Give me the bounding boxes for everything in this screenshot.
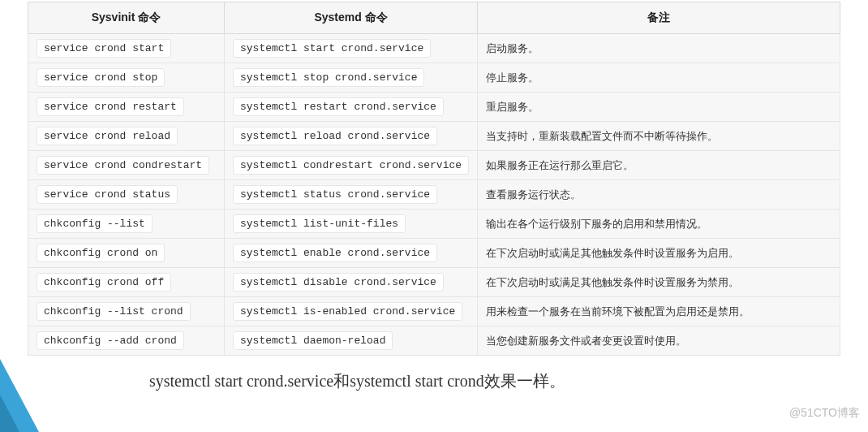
- corner-decoration-inner: [0, 395, 19, 432]
- cell-sysvinit: service crond restart: [28, 93, 225, 122]
- systemd-command: systemctl condrestart crond.service: [233, 156, 469, 175]
- cell-sysvinit: service crond condrestart: [28, 151, 225, 180]
- cell-remark: 当您创建新服务文件或者变更设置时使用。: [478, 326, 840, 356]
- cell-sysvinit: service crond stop: [28, 63, 225, 93]
- cell-remark: 用来检查一个服务在当前环境下被配置为启用还是禁用。: [478, 297, 840, 326]
- table-row: chkconfig --add crondsystemctl daemon-re…: [28, 326, 840, 356]
- sysvinit-command: chkconfig crond off: [37, 273, 171, 292]
- sysvinit-command: service crond restart: [37, 97, 184, 116]
- header-systemd: Systemd 命令: [225, 2, 478, 34]
- cell-sysvinit: chkconfig crond off: [28, 268, 225, 297]
- table-row: service crond reloadsystemctl reload cro…: [28, 122, 840, 151]
- sysvinit-command: service crond condrestart: [37, 156, 209, 175]
- sysvinit-command: service crond stop: [37, 68, 165, 87]
- cell-systemd: systemctl start crond.service: [225, 34, 478, 63]
- cell-systemd: systemctl enable crond.service: [225, 239, 478, 268]
- table-row: chkconfig --list crondsystemctl is-enabl…: [28, 297, 840, 326]
- sysvinit-command: chkconfig --list crond: [37, 302, 191, 321]
- sysvinit-command: service crond reload: [37, 127, 178, 145]
- watermark: @51CTO博客: [789, 406, 860, 421]
- cell-remark: 重启服务。: [478, 93, 840, 122]
- cell-systemd: systemctl daemon-reload: [225, 326, 478, 356]
- cell-remark: 启动服务。: [478, 34, 840, 63]
- cell-systemd: systemctl restart crond.service: [225, 93, 478, 122]
- table-row: service crond statussystemctl status cro…: [28, 180, 840, 210]
- cell-remark: 在下次启动时或满足其他触发条件时设置服务为启用。: [478, 239, 840, 268]
- cell-systemd: systemctl stop crond.service: [225, 63, 478, 93]
- cell-systemd: systemctl disable crond.service: [225, 268, 478, 297]
- sysvinit-command: chkconfig --list: [37, 214, 153, 233]
- table-row: chkconfig crond onsystemctl enable crond…: [28, 239, 840, 268]
- command-comparison-table: Sysvinit 命令 Systemd 命令 备注 service crond …: [28, 2, 840, 356]
- cell-sysvinit: service crond reload: [28, 122, 225, 151]
- systemd-command: systemctl list-unit-files: [233, 214, 406, 233]
- systemd-command: systemctl start crond.service: [233, 39, 431, 58]
- table-row: chkconfig crond offsystemctl disable cro…: [28, 268, 840, 297]
- cell-sysvinit: chkconfig crond on: [28, 239, 225, 268]
- cell-systemd: systemctl condrestart crond.service: [225, 151, 478, 180]
- table-row: chkconfig --listsystemctl list-unit-file…: [28, 210, 840, 239]
- table-row: service crond startsystemctl start crond…: [28, 34, 840, 63]
- header-remark: 备注: [478, 2, 840, 34]
- cell-remark: 停止服务。: [478, 63, 840, 93]
- cell-sysvinit: chkconfig --list crond: [28, 297, 225, 326]
- table-wrapper: Sysvinit 命令 Systemd 命令 备注 service crond …: [0, 0, 868, 392]
- systemd-command: systemctl disable crond.service: [233, 273, 444, 292]
- sysvinit-command: chkconfig crond on: [37, 244, 165, 262]
- cell-sysvinit: chkconfig --add crond: [28, 326, 225, 356]
- systemd-command: systemctl daemon-reload: [233, 331, 393, 350]
- systemd-command: systemctl stop crond.service: [233, 68, 424, 87]
- systemd-command: systemctl reload crond.service: [233, 127, 437, 145]
- systemd-command: systemctl restart crond.service: [233, 97, 444, 116]
- table-row: service crond condrestartsystemctl condr…: [28, 151, 840, 180]
- footer-note: systemctl start crond.service和systemctl …: [149, 370, 840, 392]
- cell-sysvinit: service crond status: [28, 180, 225, 210]
- cell-sysvinit: chkconfig --list: [28, 210, 225, 239]
- sysvinit-command: service crond start: [37, 39, 171, 58]
- table-header-row: Sysvinit 命令 Systemd 命令 备注: [28, 2, 840, 34]
- systemd-command: systemctl enable crond.service: [233, 244, 437, 262]
- table-body: service crond startsystemctl start crond…: [28, 34, 840, 356]
- header-sysvinit: Sysvinit 命令: [28, 2, 225, 34]
- systemd-command: systemctl is-enabled crond.service: [233, 302, 462, 321]
- cell-remark: 如果服务正在运行那么重启它。: [478, 151, 840, 180]
- cell-systemd: systemctl status crond.service: [225, 180, 478, 210]
- table-row: service crond restartsystemctl restart c…: [28, 93, 840, 122]
- cell-remark: 查看服务运行状态。: [478, 180, 840, 210]
- systemd-command: systemctl status crond.service: [233, 185, 437, 204]
- cell-remark: 在下次启动时或满足其他触发条件时设置服务为禁用。: [478, 268, 840, 297]
- table-row: service crond stopsystemctl stop crond.s…: [28, 63, 840, 93]
- cell-systemd: systemctl list-unit-files: [225, 210, 478, 239]
- cell-remark: 当支持时，重新装载配置文件而不中断等待操作。: [478, 122, 840, 151]
- cell-systemd: systemctl reload crond.service: [225, 122, 478, 151]
- cell-systemd: systemctl is-enabled crond.service: [225, 297, 478, 326]
- cell-remark: 输出在各个运行级别下服务的启用和禁用情况。: [478, 210, 840, 239]
- sysvinit-command: service crond status: [37, 185, 178, 204]
- cell-sysvinit: service crond start: [28, 34, 225, 63]
- sysvinit-command: chkconfig --add crond: [37, 331, 184, 350]
